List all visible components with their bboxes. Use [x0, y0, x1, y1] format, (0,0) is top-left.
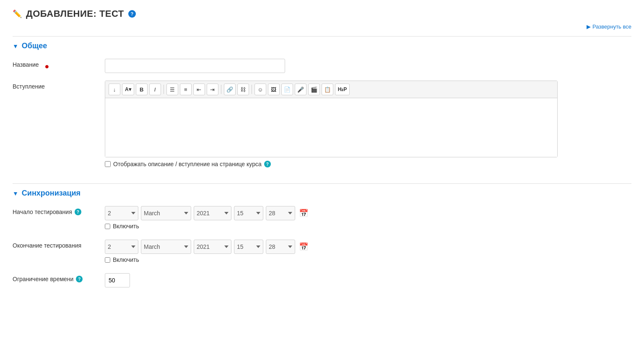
show-desc-help-icon[interactable]: ? [264, 161, 271, 167]
time-limit-control-wrap [105, 273, 631, 287]
time-limit-input[interactable] [105, 273, 130, 287]
show-desc-checkbox[interactable] [105, 161, 111, 167]
general-section: ▼ Общее Название ● Вступление ↓ A▾ [13, 36, 631, 183]
end-year-select[interactable]: 2021 [194, 240, 231, 254]
end-day-select[interactable]: 2 [105, 240, 138, 254]
start-calendar-icon[interactable]: 📅 [298, 207, 309, 219]
required-icon: ● [45, 62, 49, 71]
toolbar-ol-btn[interactable]: ≡ [180, 84, 192, 95]
page-help-icon[interactable]: ? [128, 10, 136, 18]
name-row: Название ● [13, 59, 631, 73]
end-row: Окончание тестирования 2 March 2021 15 [13, 240, 631, 263]
toolbar-indent-btn[interactable]: ⇥ [207, 84, 218, 95]
intro-control-wrap: ↓ A▾ B I ☰ ≡ ⇤ ⇥ 🔗 ⛓ ☺ 🖼 [105, 81, 631, 167]
toolbar-sep1 [164, 85, 164, 94]
end-label: Окончание тестирования [13, 240, 105, 249]
start-label: Начало тестирования ? [13, 206, 105, 215]
toolbar-image-btn[interactable]: 🖼 [268, 84, 280, 95]
expand-all-button[interactable]: Развернуть все [13, 23, 631, 30]
name-input[interactable] [105, 59, 285, 73]
toolbar-link-btn[interactable]: 🔗 [224, 84, 236, 95]
end-enable-label: Включить [113, 256, 139, 263]
start-minute-select[interactable]: 28 [266, 206, 295, 220]
name-label: Название ● [13, 59, 105, 71]
toolbar-font-btn[interactable]: A▾ [122, 84, 134, 95]
show-desc-label: Отображать описание / вступление на стра… [113, 161, 262, 167]
general-section-header[interactable]: ▼ Общее [13, 37, 631, 55]
start-help-icon[interactable]: ? [75, 209, 81, 215]
end-control-wrap: 2 March 2021 15 28 📅 [105, 240, 631, 263]
end-month-select[interactable]: March [141, 240, 191, 254]
start-day-select[interactable]: 2 [105, 206, 138, 220]
editor-body[interactable] [105, 98, 557, 157]
start-hour-select[interactable]: 15 [234, 206, 263, 220]
toolbar-unlink-btn[interactable]: ⛓ [237, 84, 249, 95]
sync-section-content: Начало тестирования ? 2 March 2021 15 [13, 202, 631, 303]
toolbar-audio-btn[interactable]: 🎤 [295, 84, 306, 95]
page-header: ✏️ ДОБАВЛЕНИЕ: ТЕСТ ? [13, 8, 631, 19]
start-enable-checkbox[interactable] [105, 224, 110, 229]
toolbar-ul-btn[interactable]: ☰ [166, 84, 178, 95]
toolbar-video-btn[interactable]: 🎬 [308, 84, 320, 95]
start-enable-row: Включить [105, 223, 631, 230]
pencil-icon: ✏️ [13, 9, 22, 18]
toolbar-italic-btn[interactable]: I [149, 84, 161, 95]
sync-section: ▼ Синхронизация Начало тестирования ? 2 … [13, 183, 631, 303]
end-minute-select[interactable]: 28 [266, 240, 295, 254]
end-hour-select[interactable]: 15 [234, 240, 263, 254]
sync-section-header[interactable]: ▼ Синхронизация [13, 184, 631, 202]
general-section-content: Название ● Вступление ↓ A▾ B I [13, 55, 631, 183]
toolbar-sep3 [252, 85, 252, 94]
start-row: Начало тестирования ? 2 March 2021 15 [13, 206, 631, 230]
time-limit-help-icon[interactable]: ? [76, 276, 83, 282]
editor-container: ↓ A▾ B I ☰ ≡ ⇤ ⇥ 🔗 ⛓ ☺ 🖼 [105, 81, 558, 157]
start-month-select[interactable]: March [141, 206, 191, 220]
start-control-wrap: 2 March 2021 15 28 📅 [105, 206, 631, 230]
end-enable-row: Включить [105, 256, 631, 263]
editor-toolbar: ↓ A▾ B I ☰ ≡ ⇤ ⇥ 🔗 ⛓ ☺ 🖼 [105, 81, 557, 98]
toolbar-format-btn[interactable]: ↓ [109, 84, 120, 95]
sync-section-title: Синхронизация [22, 189, 80, 198]
toolbar-html-btn[interactable]: H₂P [335, 84, 350, 95]
toolbar-emoji-btn[interactable]: ☺ [254, 84, 266, 95]
toolbar-bold-btn[interactable]: B [136, 84, 148, 95]
start-datetime-row: 2 March 2021 15 28 📅 [105, 206, 631, 220]
toolbar-sep2 [221, 85, 221, 94]
toolbar-copy-btn[interactable]: 📋 [322, 84, 333, 95]
general-section-title: Общее [22, 42, 47, 50]
start-year-select[interactable]: 2021 [194, 206, 231, 220]
name-control-wrap [105, 59, 631, 73]
end-datetime-row: 2 March 2021 15 28 📅 [105, 240, 631, 254]
sync-chevron-icon: ▼ [13, 190, 18, 197]
end-calendar-icon[interactable]: 📅 [298, 241, 309, 253]
start-enable-label: Включить [113, 223, 139, 230]
time-limit-row: Ограничение времени ? [13, 273, 631, 287]
intro-label: Вступление [13, 81, 105, 90]
general-chevron-icon: ▼ [13, 43, 18, 50]
toolbar-outdent-btn[interactable]: ⇤ [193, 84, 205, 95]
time-limit-label: Ограничение времени ? [13, 273, 105, 282]
intro-row: Вступление ↓ A▾ B I ☰ ≡ ⇤ ⇥ 🔗 [13, 81, 631, 167]
end-enable-checkbox[interactable] [105, 257, 110, 263]
show-desc-row: Отображать описание / вступление на стра… [105, 161, 631, 167]
toolbar-media-btn[interactable]: 📄 [281, 84, 293, 95]
page-title: ДОБАВЛЕНИЕ: ТЕСТ [26, 8, 124, 19]
